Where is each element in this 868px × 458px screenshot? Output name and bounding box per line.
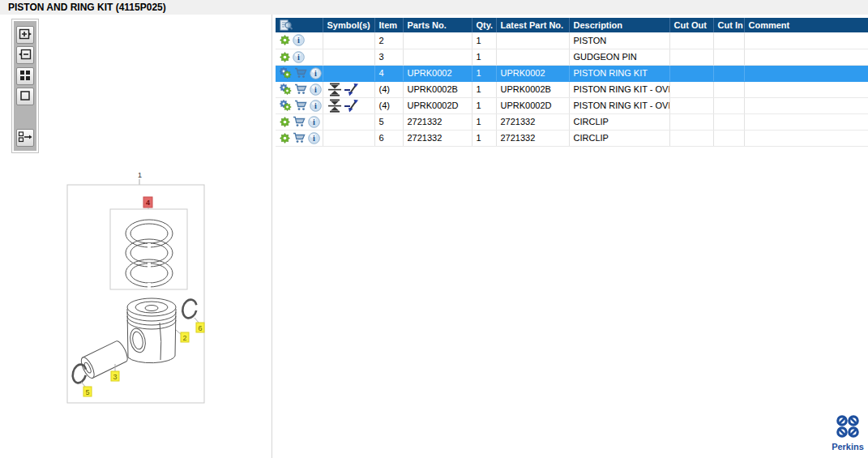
description-cell: PISTON xyxy=(569,32,669,49)
piston-drawing xyxy=(127,298,176,363)
row-actions-cell: i xyxy=(276,130,323,146)
gear-double-icon[interactable] xyxy=(280,67,292,79)
cart-icon[interactable] xyxy=(294,67,307,79)
info-icon[interactable]: i xyxy=(310,100,322,112)
qty-cell: 1 xyxy=(472,97,496,113)
svg-text:i: i xyxy=(313,118,315,126)
substitute-arrow-symbol-icon xyxy=(344,83,359,96)
parts-no-cell: 2721332 xyxy=(403,113,472,130)
cart-icon[interactable] xyxy=(293,116,306,127)
cart-icon[interactable] xyxy=(293,132,306,143)
svg-text:i: i xyxy=(314,85,317,94)
row-actions-cell: i xyxy=(276,65,323,81)
latest-part-no-cell: 2721332 xyxy=(496,130,569,146)
hide-panel-button[interactable] xyxy=(16,129,34,147)
item-cell: (4) xyxy=(374,97,403,113)
table-row[interactable]: i21PISTON xyxy=(276,32,868,49)
callout-1[interactable]: 1 xyxy=(138,171,142,179)
callout-6-highlight[interactable]: 6 xyxy=(196,323,204,332)
gear-double-icon[interactable] xyxy=(280,100,292,111)
callout-2: 2 xyxy=(183,334,187,342)
gear-icon[interactable] xyxy=(280,35,290,45)
gear-icon[interactable] xyxy=(280,52,290,62)
svg-text:i: i xyxy=(314,69,317,78)
svg-text:i: i xyxy=(314,101,317,110)
table-row[interactable]: i (4)UPRK0002B1UPRK0002BPISTON RING KIT … xyxy=(276,81,868,97)
row-symbols-cell xyxy=(323,65,374,81)
column-header-latest-part-no[interactable]: Latest Part No. xyxy=(496,18,569,32)
callout-2-highlight[interactable]: 2 xyxy=(181,332,189,342)
column-header-comment[interactable]: Comment xyxy=(744,18,868,32)
callout-3-highlight[interactable]: 3 xyxy=(111,371,119,381)
comment-cell xyxy=(744,113,868,130)
table-row[interactable]: i31GUDGEON PIN xyxy=(276,49,868,65)
cut-out-cell xyxy=(669,130,713,146)
parts-no-cell: UPRK0002D xyxy=(403,97,472,113)
item-cell: (4) xyxy=(374,81,403,97)
gear-double-icon[interactable] xyxy=(280,83,292,95)
table-row[interactable]: i4UPRK00021UPRK0002PISTON RING KIT xyxy=(276,65,868,81)
table-row[interactable]: i6272133212721332CIRCLIP xyxy=(276,130,868,146)
qty-cell: 1 xyxy=(472,32,496,49)
table-header-row: Symbol(s) Item Parts No. Qty. Latest Par… xyxy=(276,18,868,32)
callout-4-highlight[interactable]: 4 xyxy=(143,197,152,209)
column-header-cut-out[interactable]: Cut Out xyxy=(669,18,713,32)
cut-out-cell xyxy=(669,49,713,65)
row-symbols-cell xyxy=(323,130,374,146)
info-icon[interactable]: i xyxy=(310,67,322,79)
gear-icon[interactable] xyxy=(280,133,290,143)
description-cell: CIRCLIP xyxy=(569,130,669,146)
cut-out-cell xyxy=(669,113,713,130)
latest-part-no-cell: 2721332 xyxy=(496,113,569,130)
perkins-logo: Perkins xyxy=(830,413,866,452)
row-actions-cell: i xyxy=(276,81,323,97)
info-icon[interactable]: i xyxy=(308,116,320,128)
cart-icon[interactable] xyxy=(294,100,307,111)
row-symbols-cell xyxy=(323,113,374,130)
column-header-cut-in[interactable]: Cut In xyxy=(713,18,744,32)
svg-text:i: i xyxy=(297,53,300,62)
parts-no-cell xyxy=(403,32,472,49)
column-header-item[interactable]: Item xyxy=(374,18,403,32)
comment-cell xyxy=(744,130,868,146)
table-row[interactable]: i5272133212721332CIRCLIP xyxy=(276,113,868,130)
latest-part-no-cell: UPRK0002B xyxy=(496,81,569,97)
qty-cell: 1 xyxy=(472,113,496,130)
column-header-qty[interactable]: Qty. xyxy=(472,18,496,32)
zoom-in-button[interactable] xyxy=(16,26,34,44)
column-header-description[interactable]: Description xyxy=(569,18,669,32)
cut-out-cell xyxy=(669,97,713,113)
column-header-actions[interactable] xyxy=(276,18,323,32)
parts-no-cell: UPRK0002 xyxy=(403,65,472,81)
tile-view-button[interactable] xyxy=(16,67,34,85)
diagram-toolbar xyxy=(12,19,38,152)
parts-table: Symbol(s) Item Parts No. Qty. Latest Par… xyxy=(276,18,868,147)
cut-in-cell xyxy=(713,65,744,81)
column-header-symbols[interactable]: Symbol(s) xyxy=(323,18,374,32)
item-cell: 2 xyxy=(374,32,403,49)
perkins-logo-icon xyxy=(834,431,862,441)
description-cell: PISTON RING KIT - OVERSIZE xyxy=(569,97,669,113)
qty-cell: 1 xyxy=(472,65,496,81)
cut-in-cell xyxy=(713,81,744,97)
table-row[interactable]: i (4)UPRK0002D1UPRK0002DPISTON RING KIT … xyxy=(276,97,868,113)
comment-cell xyxy=(744,81,868,97)
column-header-parts-no[interactable]: Parts No. xyxy=(403,18,472,32)
fit-view-button[interactable] xyxy=(16,88,34,105)
qty-cell: 1 xyxy=(472,130,496,146)
item-cell: 3 xyxy=(374,49,403,65)
parts-diagram: 1 4 xyxy=(61,162,215,413)
gear-icon[interactable] xyxy=(280,117,290,127)
parts-no-cell: UPRK0002B xyxy=(403,81,472,97)
item-cell: 5 xyxy=(374,113,403,130)
zoom-out-button[interactable] xyxy=(16,46,34,64)
info-icon[interactable]: i xyxy=(293,34,305,46)
cart-icon[interactable] xyxy=(294,83,307,95)
info-icon[interactable]: i xyxy=(310,83,322,96)
tile-view-icon xyxy=(19,69,32,83)
callout-5-highlight[interactable]: 5 xyxy=(83,387,92,396)
callout-3: 3 xyxy=(113,373,118,381)
info-icon[interactable]: i xyxy=(293,51,305,63)
callout-5: 5 xyxy=(86,388,90,396)
info-icon[interactable]: i xyxy=(308,132,320,144)
